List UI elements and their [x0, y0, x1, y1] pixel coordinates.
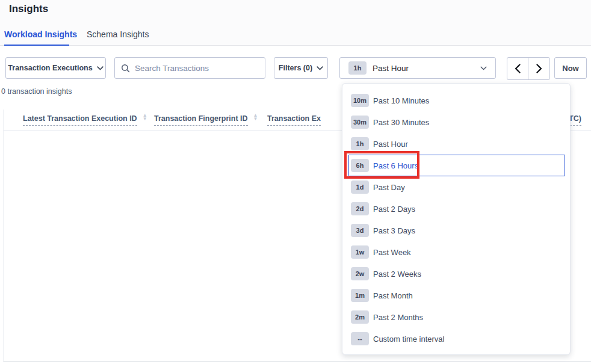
time-item-label: Past 2 Months [373, 313, 423, 322]
time-item-badge: 2m [351, 310, 369, 324]
time-item-label: Past 10 Minutes [373, 96, 429, 105]
column-header-label: Transaction Ex [267, 114, 321, 126]
time-dropdown-item[interactable]: 30m Past 30 Minutes [348, 111, 565, 133]
column-header[interactable]: Latest Transaction Execution ID ▲▼ [23, 114, 147, 126]
time-dropdown-item[interactable]: -- Custom time interval [348, 328, 565, 350]
filters-label: Filters (0) [279, 64, 312, 72]
column-header[interactable]: Transaction Fingerprint ID ▲▼ [154, 114, 258, 126]
time-item-badge: 1h [351, 137, 369, 150]
time-item-badge: 2w [351, 267, 369, 280]
insights-count: 0 transaction insights [1, 87, 72, 96]
time-item-badge: 3d [351, 224, 369, 237]
time-dropdown-item[interactable]: 1d Past Day [348, 176, 565, 198]
time-dropdown-item[interactable]: 1h Past Hour [348, 133, 565, 155]
time-dropdown: 10m Past 10 Minutes 30m Past 30 Minutes … [342, 83, 571, 355]
time-item-badge: 30m [351, 116, 369, 129]
time-dropdown-item[interactable]: 2m Past 2 Months [348, 306, 565, 328]
chevron-down-icon [480, 66, 487, 70]
column-header-label: Transaction Fingerprint ID [154, 114, 248, 126]
time-item-badge: 6h [351, 159, 369, 172]
page-title: Insights [9, 3, 48, 15]
time-item-badge: 2d [351, 202, 369, 215]
chevron-right-icon [536, 64, 542, 73]
time-item-label: Past Month [373, 291, 413, 300]
time-dropdown-item[interactable]: 6h Past 6 Hours [348, 155, 565, 176]
type-selector-label: Transaction Executions [8, 64, 92, 72]
time-dropdown-item[interactable]: 2w Past 2 Weeks [348, 263, 565, 285]
time-dropdown-item[interactable]: 2d Past 2 Days [348, 198, 565, 220]
transaction-type-selector[interactable]: Transaction Executions [5, 57, 106, 79]
page-header: Insights Workload Insights Schema Insigh… [0, 0, 591, 46]
active-tab-underline [4, 45, 69, 46]
chevron-down-icon [97, 66, 104, 70]
time-item-badge: 1m [351, 289, 369, 302]
time-dropdown-item[interactable]: 1w Past Week [348, 241, 565, 263]
chevron-left-icon [515, 64, 521, 73]
tab-workload-insights[interactable]: Workload Insights [4, 29, 77, 39]
search-box[interactable] [114, 57, 265, 79]
chevron-down-icon [317, 66, 323, 70]
time-item-badge: -- [351, 332, 369, 345]
time-item-label: Past 30 Minutes [373, 118, 429, 127]
time-step-buttons [507, 57, 550, 80]
time-range-badge: 1h [348, 61, 367, 75]
time-item-label: Past Day [373, 183, 405, 192]
time-dropdown-item[interactable]: 1m Past Month [348, 285, 565, 306]
time-item-label: Past Hour [373, 140, 408, 149]
time-range-trigger[interactable]: 1h Past Hour [339, 57, 496, 79]
now-button[interactable]: Now [554, 57, 587, 79]
search-input[interactable] [135, 64, 259, 73]
column-header[interactable]: Transaction Ex [267, 114, 321, 126]
time-item-label: Past 2 Weeks [373, 270, 421, 279]
time-item-label: Past 3 Days [373, 226, 415, 235]
time-item-label: Custom time interval [373, 335, 444, 344]
time-range-label: Past Hour [373, 64, 409, 73]
column-header-label: Latest Transaction Execution ID [23, 114, 137, 126]
time-dropdown-item[interactable]: 3d Past 3 Days [348, 220, 565, 241]
time-item-label: Past Week [373, 248, 411, 257]
tab-schema-insights[interactable]: Schema Insights [87, 29, 149, 39]
sort-icon: ▲▼ [253, 114, 258, 121]
time-dropdown-item[interactable]: 10m Past 10 Minutes [348, 90, 565, 111]
filters-button[interactable]: Filters (0) [274, 57, 328, 79]
sort-icon: ▲▼ [143, 114, 147, 121]
time-item-badge: 1w [351, 245, 369, 259]
time-item-label: Past 6 Hours [373, 161, 418, 170]
search-icon [121, 64, 130, 73]
next-time-button[interactable] [528, 58, 549, 79]
prev-time-button[interactable] [507, 58, 528, 79]
time-item-label: Past 2 Days [373, 205, 415, 214]
time-item-badge: 1d [351, 180, 369, 194]
time-item-badge: 10m [351, 94, 369, 107]
